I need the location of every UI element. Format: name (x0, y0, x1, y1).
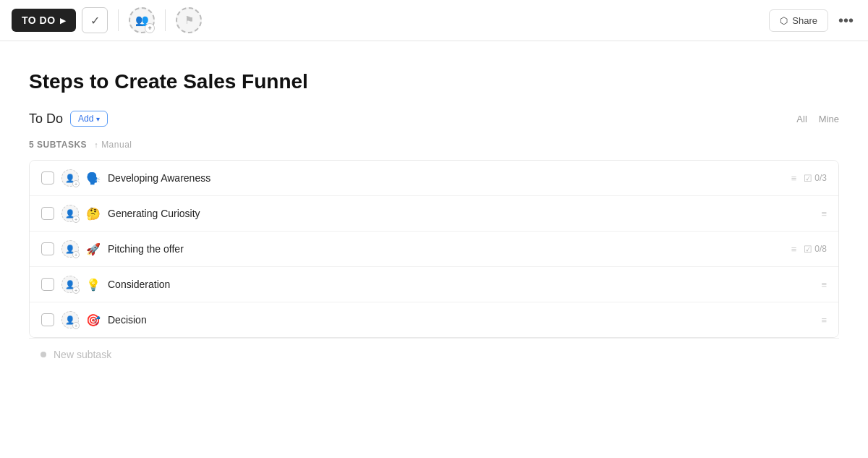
sort-arrow-icon: ↑ (94, 140, 98, 149)
filter-controls: All Mine (796, 114, 839, 124)
plus-icon: + (72, 322, 80, 329)
check-button[interactable]: ✓ (82, 7, 108, 33)
more-icon: ••• (838, 12, 854, 29)
todo-label: TO DO (22, 14, 56, 26)
share-icon: ⬡ (780, 15, 788, 26)
plus-icon: + (72, 287, 80, 294)
plus-icon: + (72, 216, 80, 223)
drag-handle-4[interactable]: ≡ (821, 279, 827, 290)
task-list: 👤 + 🗣️ Developing Awareness ≡ ☑ 0/3 👤 + … (29, 160, 839, 338)
todo-button[interactable]: TO DO ▶ (12, 9, 76, 32)
subtasks-count: 5 SUBTASKS (29, 140, 87, 150)
task-name-4: Consideration (108, 279, 814, 290)
task-emoji-4: 💡 (86, 278, 101, 292)
section-header: To Do Add ▾ All Mine (29, 111, 839, 127)
task-checkbox-1[interactable] (41, 171, 54, 185)
task-checkbox-4[interactable] (41, 278, 54, 291)
sort-button[interactable]: ↑ Manual (94, 140, 132, 150)
filter-all-button[interactable]: All (796, 114, 807, 124)
table-row: 👤 + 🗣️ Developing Awareness ≡ ☑ 0/3 (30, 161, 838, 196)
task-emoji-1: 🗣️ (86, 171, 101, 185)
table-row: 👤 + 💡 Consideration ≡ (30, 267, 838, 302)
task-check-badge-1: ☑ 0/3 (804, 173, 827, 184)
more-button[interactable]: ••• (835, 9, 856, 32)
filter-mine-button[interactable]: Mine (819, 114, 839, 124)
task-name-1: Developing Awareness (108, 172, 784, 184)
table-row: 👤 + 🤔 Generating Curiosity ≡ (30, 196, 838, 232)
task-assignee-2[interactable]: 👤 + (61, 205, 79, 222)
task-name-3: Pitching the offer (108, 243, 784, 255)
add-member-button[interactable]: 👥 + (129, 7, 155, 33)
task-checkbox-3[interactable] (41, 242, 54, 255)
drag-handle-5[interactable]: ≡ (821, 315, 827, 326)
check-icon: ✓ (90, 14, 100, 27)
task-checkbox-5[interactable] (41, 313, 54, 326)
table-row: 👤 + 🚀 Pitching the offer ≡ ☑ 0/8 (30, 232, 838, 267)
task-emoji-5: 🎯 (86, 313, 101, 327)
task-assignee-1[interactable]: 👤 + (61, 169, 79, 187)
drag-handle-3[interactable]: ≡ (791, 244, 797, 255)
add-label: Add (78, 114, 93, 124)
table-row: 👤 + 🎯 Decision ≡ (30, 302, 838, 337)
task-emoji-2: 🤔 (86, 207, 101, 221)
plus-icon: + (72, 251, 80, 258)
task-assignee-4[interactable]: 👤 + (61, 276, 79, 293)
new-subtask-dot (41, 352, 46, 357)
subtasks-bar: 5 SUBTASKS ↑ Manual (29, 140, 839, 150)
check-count-1: 0/3 (814, 173, 827, 183)
share-label: Share (792, 15, 817, 26)
task-assignee-3[interactable]: 👤 + (61, 240, 79, 258)
check-badge-icon-3: ☑ (804, 244, 812, 255)
share-button[interactable]: ⬡ Share (769, 9, 828, 32)
check-badge-icon-1: ☑ (804, 173, 812, 184)
toolbar-divider (118, 9, 119, 31)
drag-handle-1[interactable]: ≡ (791, 173, 797, 184)
add-button[interactable]: Add ▾ (70, 111, 108, 127)
plus-icon: + (72, 180, 80, 187)
task-assignee-5[interactable]: 👤 + (61, 311, 79, 328)
toolbar: TO DO ▶ ✓ 👥 + ⚑ ⬡ Share ••• (0, 0, 868, 41)
page-title: Steps to Create Sales Funnel (29, 70, 839, 93)
task-name-5: Decision (108, 314, 814, 326)
dropdown-arrow-icon: ▾ (96, 115, 100, 123)
new-subtask-row[interactable]: New subtask (29, 338, 839, 370)
sort-label: Manual (101, 140, 132, 150)
task-emoji-3: 🚀 (86, 242, 101, 256)
section-label: To Do (29, 111, 63, 127)
toolbar-divider-2 (165, 9, 166, 31)
check-count-3: 0/8 (814, 244, 827, 254)
toolbar-right: ⬡ Share ••• (769, 9, 856, 32)
main-content: Steps to Create Sales Funnel To Do Add ▾… (0, 41, 868, 385)
task-checkbox-2[interactable] (41, 207, 54, 220)
drag-handle-2[interactable]: ≡ (821, 208, 827, 219)
chevron-right-icon: ▶ (60, 17, 67, 25)
flag-icon: ⚑ (184, 14, 194, 27)
new-subtask-placeholder: New subtask (54, 349, 111, 360)
plus-badge: + (145, 23, 155, 33)
task-name-2: Generating Curiosity (108, 208, 814, 219)
task-check-badge-3: ☑ 0/8 (804, 244, 827, 255)
flag-button[interactable]: ⚑ (176, 7, 202, 33)
